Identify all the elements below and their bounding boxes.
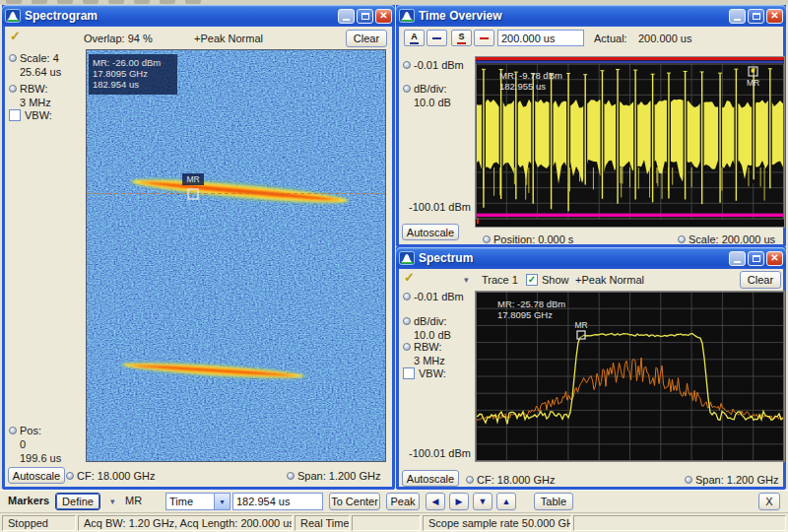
vbw-label: VBW: (25, 109, 52, 121)
clipped-toolbar-button (108, 0, 124, 4)
dbdiv-bullet-icon[interactable] (403, 85, 411, 93)
pos-value-1[interactable]: 0 (20, 438, 26, 450)
marker-table-button[interactable]: Table (534, 493, 573, 510)
time-overview-plot[interactable]: MR MR: -9.78 dBm 182.955 us (475, 56, 785, 228)
spectrum-time-bar[interactable] (476, 57, 784, 60)
actual-label: Actual: (594, 33, 627, 44)
scale-value[interactable]: 25.64 us (20, 66, 61, 78)
combo-arrow-icon[interactable]: ▾ (214, 494, 230, 509)
vbw-checkbox[interactable] (9, 109, 21, 121)
analysis-auto-button[interactable]: A (404, 30, 425, 46)
maximize-button[interactable] (748, 9, 764, 24)
minimize-icon (734, 19, 741, 21)
top-ref-bullet-icon[interactable] (403, 61, 411, 69)
analysis-time-bar[interactable] (476, 61, 784, 63)
clear-button[interactable]: Clear (346, 30, 387, 47)
span-label[interactable]: Span: 1.200 GHz (695, 474, 778, 486)
span-bullet-icon[interactable] (685, 476, 692, 484)
autoscale-button[interactable]: Autoscale (402, 224, 459, 240)
scale-label[interactable]: Scale: 200.000 us (689, 233, 775, 245)
rbw-value[interactable]: 3 MHz (20, 97, 51, 108)
spectrum-length-button[interactable] (474, 30, 494, 46)
check-icon[interactable]: ✓ (404, 270, 415, 285)
spectrum-window: Spectrum ✕ ✓ ▾ Trace 1 ✓ Show +Peak Norm… (396, 247, 786, 490)
mr-marker-label: MR (574, 320, 587, 330)
detection-label: +Peak Normal (575, 274, 644, 286)
define-markers-button[interactable]: Define (55, 493, 100, 510)
vbw-checkbox[interactable] (403, 367, 415, 379)
marker-value-input[interactable] (232, 493, 323, 510)
minimize-button[interactable] (729, 251, 746, 266)
maximize-button[interactable] (748, 251, 764, 266)
status-sample-rate: Scope sample rate 50.000 GHz (423, 515, 571, 531)
arrow-left-icon: ◀ (432, 497, 439, 506)
close-button[interactable]: ✕ (766, 251, 783, 266)
to-center-button[interactable]: To Center (329, 493, 380, 510)
chevron-down-icon[interactable]: ▾ (464, 275, 469, 285)
dbdiv-value[interactable]: 10.0 dB (414, 97, 451, 108)
status-acquisition: Acq BW: 1.20 GHz, Acq Length: 200.000 us (78, 515, 293, 531)
clipped-toolbar-button (185, 0, 201, 4)
position-label[interactable]: Position: 0.000 s (493, 233, 573, 245)
peak-button[interactable]: Peak (386, 493, 420, 510)
marker-type-select[interactable]: Time ▾ (165, 493, 230, 510)
span-bullet-icon[interactable] (287, 472, 295, 480)
top-reference-level[interactable]: -0.01 dBm (414, 291, 464, 302)
marker-readout-amplitude: MR: -25.78 dBm (497, 299, 565, 309)
autoscale-button[interactable]: Autoscale (8, 467, 65, 484)
close-button[interactable]: ✕ (375, 9, 392, 24)
rbw-bullet-icon[interactable] (9, 85, 17, 93)
peak-right-button[interactable]: ▶ (449, 493, 469, 510)
dbdiv-bullet-icon[interactable] (403, 317, 411, 325)
scale-bullet-icon[interactable] (9, 54, 17, 62)
rbw-value[interactable]: 3 MHz (414, 355, 445, 366)
time-overview-titlebar[interactable]: Time Overview ✕ (396, 5, 786, 27)
trigger-position-line[interactable] (476, 214, 784, 217)
selected-marker-label[interactable]: MR (125, 495, 142, 506)
rbw-bullet-icon[interactable] (403, 343, 411, 351)
app-stage: Spectrogram ✕ ✓ Overlap: 94 % +Peak Norm… (0, 0, 788, 532)
scale-label[interactable]: Scale: 4 (20, 52, 59, 64)
peak-left-button[interactable]: ◀ (426, 493, 445, 510)
pos-value-2[interactable]: 199.6 us (20, 452, 61, 464)
peak-lower-button[interactable]: ▼ (473, 493, 492, 510)
time-overview-title: Time Overview (419, 9, 727, 23)
dbdiv-value[interactable]: 10.0 dB (414, 329, 451, 341)
spectrum-title: Spectrum (419, 251, 727, 265)
cf-label[interactable]: CF: 18.000 GHz (477, 474, 555, 486)
minimize-button[interactable] (729, 9, 746, 24)
show-checkbox[interactable]: ✓ (526, 274, 538, 286)
spectrum-titlebar[interactable]: Spectrum ✕ (396, 247, 786, 269)
top-reference-level[interactable]: -0.01 dBm (414, 59, 464, 71)
time-overview-canvas: MR MR: -9.78 dBm 182.955 us (476, 57, 784, 227)
status-mode: Real Time (295, 515, 350, 531)
analysis-length-input[interactable] (497, 30, 584, 46)
top-ref-bullet-icon[interactable] (403, 293, 411, 300)
check-icon[interactable]: ✓ (10, 29, 21, 43)
minimize-button[interactable] (338, 9, 355, 24)
maximize-button[interactable] (357, 9, 373, 24)
spectrogram-titlebar[interactable]: Spectrogram ✕ (2, 5, 395, 27)
spectrum-plot[interactable]: MR MR: -25.78 dBm 17.8095 GHz (475, 291, 785, 462)
cf-bullet-icon[interactable] (66, 472, 74, 480)
spectrogram-title: Spectrogram (25, 9, 336, 23)
markers-label: Markers (8, 495, 49, 506)
peak-higher-button[interactable]: ▲ (496, 493, 516, 510)
position-bullet-icon[interactable] (483, 235, 491, 243)
clear-button[interactable]: Clear (740, 271, 781, 289)
app-peak-icon (5, 9, 21, 23)
cf-bullet-icon[interactable] (466, 476, 474, 484)
spectrogram-plot[interactable]: MR MR: -26.00 dBm 17.8095 GHz 182.954 us (86, 49, 386, 462)
scale-bullet-icon[interactable] (678, 235, 686, 243)
spectrum-time-auto-button[interactable]: S (451, 30, 472, 46)
trace-label[interactable]: Trace 1 (482, 274, 518, 286)
chevron-down-icon[interactable]: ▾ (110, 497, 115, 506)
cf-label[interactable]: CF: 18.000 GHz (77, 470, 155, 482)
autoscale-button[interactable]: Autoscale (402, 470, 459, 487)
analysis-length-button[interactable] (427, 30, 447, 46)
span-label[interactable]: Span: 1.200 GHz (297, 470, 380, 482)
close-button[interactable]: ✕ (766, 9, 783, 24)
close-markers-bar-button[interactable]: X (758, 493, 780, 510)
pos-bullet-icon[interactable] (9, 427, 17, 434)
mr-marker[interactable] (577, 331, 585, 339)
